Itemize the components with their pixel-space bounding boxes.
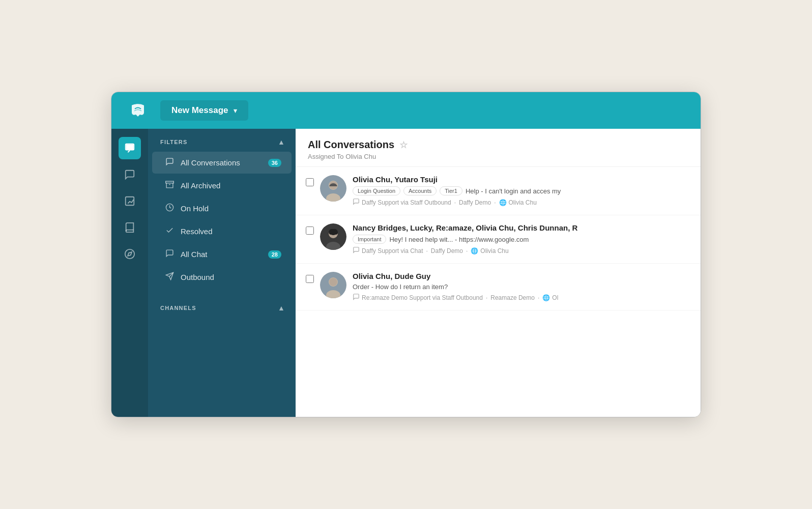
filter-all-archived[interactable]: All Archived [152, 175, 292, 196]
conv-1-dot1: · [454, 199, 456, 206]
conv-1-agent-icon: 🌐 [499, 199, 507, 206]
all-chat-label: All Chat [181, 250, 262, 259]
conv-1-info: Olivia Chu, Yutaro Tsuji Login Question … [353, 175, 690, 207]
all-chat-badge: 28 [268, 250, 281, 259]
main-row: FILTERS ▲ All Conversations 36 All Archi… [111, 129, 701, 417]
all-chat-icon [164, 249, 175, 260]
channels-collapse-icon[interactable]: ▲ [278, 304, 285, 312]
filters-label: FILTERS [160, 139, 187, 145]
conversation-list: Olivia Chu, Yutaro Tsuji Login Question … [296, 167, 701, 417]
new-message-label: New Message [171, 105, 228, 116]
conv-3-channel-icon [353, 293, 360, 302]
conv-1-channel-icon [353, 198, 360, 207]
sidebar-icon-conversations[interactable] [119, 163, 141, 186]
conv-3-names: Olivia Chu, Dude Guy [353, 272, 690, 280]
filter-sidebar: FILTERS ▲ All Conversations 36 All Archi… [148, 129, 296, 417]
all-archived-label: All Archived [181, 181, 281, 190]
conversation-panel: All Conversations ☆ Assigned To Olivia C… [296, 129, 701, 417]
all-conversations-label: All Conversations [181, 158, 262, 167]
conv-1-message: Help - I can't login and acces my [466, 187, 561, 195]
conv-3-dot1: · [486, 294, 487, 301]
all-archived-icon [164, 180, 175, 191]
star-icon[interactable]: ☆ [399, 139, 408, 151]
conversation-panel-title: All Conversations ☆ [308, 139, 688, 151]
new-message-button[interactable]: New Message ▾ [160, 100, 248, 121]
app-window: New Message ▾ FILTERS [111, 92, 701, 417]
conv-3-tags: Order - How do I return an item? [353, 283, 690, 291]
outbound-label: Outbound [181, 273, 281, 281]
filter-all-conversations[interactable]: All Conversations 36 [152, 152, 292, 174]
conv-2-store: Daffy Demo [431, 247, 463, 254]
conversation-item-3[interactable]: Olivia Chu, Dude Guy Order - How do I re… [296, 264, 701, 310]
conv-3-avatar [320, 272, 346, 298]
top-bar: New Message ▾ [111, 92, 701, 129]
conv-2-info: Nancy Bridges, Lucky, Re:amaze, Olivia C… [353, 223, 690, 255]
filters-collapse-icon[interactable]: ▲ [278, 138, 285, 146]
tag-tier1: Tier1 [440, 186, 462, 195]
on-hold-icon [164, 203, 175, 214]
conv-1-tags: Login Question Accounts Tier1 Help - I c… [353, 186, 690, 195]
channels-label: CHANNELS [160, 305, 196, 311]
conv-2-checkbox[interactable] [306, 227, 314, 235]
conv-3-dot2: · [538, 294, 539, 301]
on-hold-label: On Hold [181, 204, 281, 213]
conv-3-agent-icon: 🌐 [542, 294, 550, 301]
conv-2-avatar-img [320, 223, 346, 250]
conv-1-meta: Daffy Support via Staff Outbound · Daffy… [353, 198, 690, 207]
panel-subtitle: Assigned To Olivia Chu [308, 153, 688, 160]
logo-area [120, 101, 156, 120]
conv-2-dot2: · [466, 247, 468, 254]
tag-accounts: Accounts [403, 186, 437, 195]
conv-3-avatar-img [320, 272, 346, 298]
filter-on-hold[interactable]: On Hold [152, 197, 292, 219]
conv-2-agent: Olivia Chu [480, 247, 508, 254]
channels-section-header: CHANNELS ▲ [148, 295, 296, 317]
conv-1-agent: Olivia Chu [509, 199, 537, 206]
conv-1-dot2: · [494, 199, 496, 206]
icon-sidebar [111, 129, 148, 417]
svg-point-2 [125, 249, 134, 259]
conv-1-checkbox[interactable] [306, 178, 314, 186]
conversation-header: All Conversations ☆ Assigned To Olivia C… [296, 129, 701, 167]
conversation-item-1[interactable]: Olivia Chu, Yutaro Tsuji Login Question … [296, 167, 701, 215]
conv-3-store: Reamaze Demo [490, 294, 535, 301]
filter-resolved[interactable]: Resolved [152, 220, 292, 242]
conv-1-names: Olivia Chu, Yutaro Tsuji [353, 175, 690, 184]
conv-2-channel-icon [353, 246, 360, 255]
conv-3-checkbox[interactable] [306, 275, 314, 283]
svg-point-19 [329, 278, 337, 286]
conv-1-avatar [320, 175, 346, 202]
conversation-item-2[interactable]: Nancy Bridges, Lucky, Re:amaze, Olivia C… [296, 215, 701, 264]
conv-3-channel: Re:amaze Demo Support via Staff Outbound [362, 294, 483, 301]
conv-3-info: Olivia Chu, Dude Guy Order - How do I re… [353, 272, 690, 302]
conv-2-channel: Daffy Support via Chat [362, 247, 423, 254]
conv-3-meta: Re:amaze Demo Support via Staff Outbound… [353, 293, 690, 302]
outbound-icon [164, 272, 175, 282]
sidebar-icon-compass[interactable] [119, 243, 141, 265]
conv-1-avatar-img [320, 175, 346, 202]
sidebar-icon-knowledge[interactable] [119, 216, 141, 239]
conv-3-agent: Ol [552, 294, 558, 301]
chevron-icon: ▾ [234, 107, 237, 115]
panel-title-text: All Conversations [308, 139, 394, 151]
conv-2-meta: Daffy Support via Chat · Daffy Demo · 🌐 … [353, 246, 690, 255]
conv-3-message: Order - How do I return an item? [353, 283, 448, 291]
conv-2-names: Nancy Bridges, Lucky, Re:amaze, Olivia C… [353, 223, 690, 232]
filter-all-chat[interactable]: All Chat 28 [152, 243, 292, 265]
conv-2-avatar [320, 223, 346, 250]
resolved-icon [164, 226, 175, 237]
conv-2-agent-icon: 🌐 [471, 247, 478, 254]
filters-section-header: FILTERS ▲ [148, 129, 296, 151]
filter-outbound[interactable]: Outbound [152, 266, 292, 288]
svg-rect-4 [165, 181, 173, 183]
sidebar-icon-chat[interactable] [119, 137, 141, 159]
conv-1-store: Daffy Demo [459, 199, 491, 206]
sidebar-icon-analytics[interactable] [119, 190, 141, 212]
conv-1-channel: Daffy Support via Staff Outbound [362, 199, 451, 206]
conv-2-message: Hey! I need help wit... - https://www.go… [389, 236, 529, 243]
all-conversations-badge: 36 [268, 159, 281, 167]
conv-2-dot1: · [426, 247, 428, 254]
logo-icon [129, 101, 147, 120]
tag-login-question: Login Question [353, 186, 400, 195]
conv-2-tags: Important Hey! I need help wit... - http… [353, 235, 690, 244]
